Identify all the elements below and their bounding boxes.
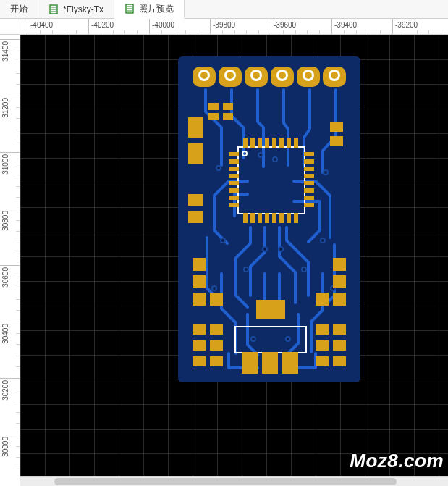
- smd-pad: [316, 356, 329, 366]
- smd-pad: [210, 293, 223, 306]
- smd-pad: [223, 103, 233, 110]
- ruler-tick: -40000: [149, 19, 150, 35]
- pcb-board: [178, 56, 360, 382]
- ruler-label: -39800: [213, 21, 235, 29]
- pad-hole-icon: [276, 70, 288, 81]
- smd-pad: [282, 352, 298, 374]
- ruler-tick: -39600: [271, 19, 271, 35]
- via: [278, 246, 284, 252]
- smd-pad: [333, 356, 346, 366]
- smd-pad: [242, 352, 258, 374]
- ruler-tick: 30600: [0, 265, 20, 266]
- ruler-horizontal[interactable]: -40400-40200-40000-39800-39600-39400-392…: [20, 19, 448, 35]
- ruler-tick: -39400: [331, 19, 332, 35]
- tab-flysky[interactable]: *Flysky-Tx: [38, 0, 114, 18]
- ruler-label: 31200: [1, 98, 9, 118]
- smd-pad: [316, 293, 329, 306]
- pin1-dot-icon: [242, 151, 248, 156]
- smd-pad: [208, 113, 219, 120]
- via: [258, 152, 263, 158]
- tab-photo-preview[interactable]: 照片预览: [114, 0, 185, 19]
- via: [301, 267, 307, 272]
- ic-pin: [304, 196, 314, 200]
- ic-outline: [237, 146, 305, 214]
- watermark-text: Moz8.com: [350, 450, 444, 472]
- ruler-tick: 31000: [0, 152, 20, 153]
- ruler-tick: 31200: [0, 96, 20, 96]
- smd-pad: [193, 356, 206, 366]
- smd-pad: [333, 293, 346, 306]
- smd-pad: [210, 356, 223, 366]
- design-canvas[interactable]: Moz8.com: [20, 35, 448, 476]
- smd-pad: [188, 117, 203, 138]
- ic-pin: [294, 138, 298, 148]
- ic-pin: [229, 152, 239, 156]
- ic-pin: [229, 196, 239, 200]
- smd-pad: [188, 194, 203, 206]
- ic-pin: [250, 213, 255, 223]
- ic-pin: [229, 181, 239, 185]
- via: [220, 238, 226, 243]
- ruler-tick: -40200: [88, 19, 89, 35]
- ic-pin: [243, 138, 248, 148]
- smd-pad: [333, 340, 346, 351]
- via: [272, 156, 278, 162]
- ruler-tick: -39800: [210, 19, 211, 35]
- ic-pin: [229, 203, 239, 207]
- ruler-vertical[interactable]: 3140031200310003080030600304003020030000: [0, 35, 20, 476]
- ic-pin: [304, 181, 314, 185]
- ruler-label: 30400: [1, 324, 9, 344]
- ruler-tick: -39200: [392, 19, 393, 35]
- ic-pin: [279, 213, 284, 223]
- smd-pad: [330, 122, 343, 132]
- document-icon: [48, 4, 59, 14]
- smd-pad: [210, 340, 223, 351]
- ic-pin: [304, 152, 314, 156]
- ic-pin: [229, 174, 239, 178]
- ic-pin: [294, 213, 298, 223]
- ruler-label: 30200: [1, 380, 9, 401]
- via: [216, 165, 221, 171]
- ruler-label: -40000: [152, 21, 174, 29]
- via: [243, 267, 249, 272]
- smd-pad: [256, 300, 285, 319]
- ic-pin: [229, 167, 239, 171]
- ic-pin: [304, 203, 314, 207]
- ruler-label: 31400: [1, 41, 9, 62]
- ruler-label: -39600: [274, 21, 296, 29]
- ruler-label: -39400: [334, 21, 357, 29]
- smd-pad: [330, 136, 343, 146]
- via: [250, 336, 256, 342]
- scrollbar-horizontal[interactable]: [20, 476, 448, 486]
- via: [285, 336, 291, 342]
- via: [211, 285, 217, 291]
- ruler-tick: 30000: [0, 435, 20, 435]
- pad-hole-icon: [198, 70, 210, 81]
- smd-pad: [333, 275, 346, 288]
- smd-pad: [188, 211, 203, 223]
- ic-pin: [272, 138, 276, 148]
- smd-pad: [193, 293, 206, 306]
- document-icon: [124, 4, 135, 14]
- ic-pin: [258, 138, 262, 148]
- scroll-thumb[interactable]: [54, 478, 397, 485]
- ruler-label: 30800: [1, 211, 9, 231]
- smd-pad: [210, 324, 223, 335]
- ic-pin: [258, 213, 262, 223]
- via: [323, 169, 329, 175]
- ruler-tick: 30400: [0, 322, 20, 322]
- smd-pad: [193, 275, 206, 288]
- ruler-label: -39200: [395, 21, 418, 29]
- smd-pad: [193, 324, 206, 335]
- ic-pin: [279, 138, 284, 148]
- ic-pin: [304, 188, 314, 193]
- ruler-label: 31000: [1, 154, 9, 175]
- smd-pad: [193, 340, 206, 351]
- ic-pin: [304, 174, 314, 178]
- smd-pad: [316, 324, 329, 335]
- ic-pin: [272, 213, 276, 223]
- smd-pad: [316, 340, 329, 351]
- pad-hole-icon: [224, 70, 236, 81]
- tab-start[interactable]: 开始: [0, 0, 38, 18]
- smd-pad: [262, 352, 278, 374]
